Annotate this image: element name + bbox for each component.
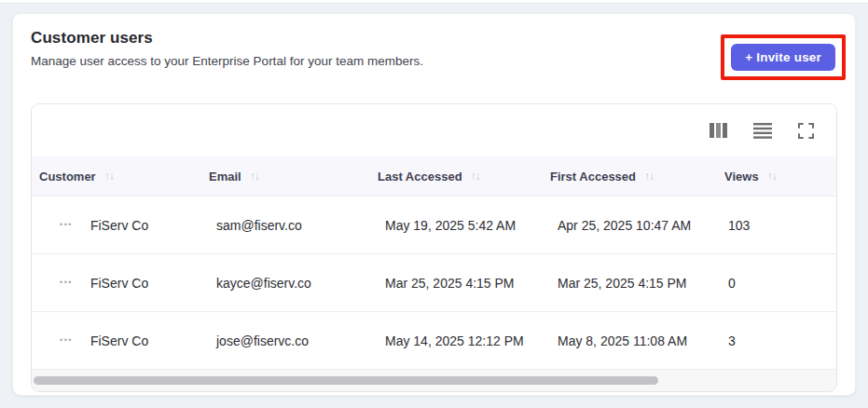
users-table: Customer↑↓Email↑↓Last Accessed↑↓First Ac…	[31, 103, 837, 392]
fullscreen-icon[interactable]	[796, 121, 816, 141]
cell-email: sam@fiserv.co	[201, 197, 370, 253]
customer-name: FiServ Co	[90, 333, 148, 348]
cell-email: jose@fiservc.co	[201, 312, 370, 369]
customer-name: FiServ Co	[90, 218, 148, 233]
column-header-views[interactable]: Views↑↓	[717, 156, 836, 196]
column-header-first-accessed[interactable]: First Accessed↑↓	[543, 156, 717, 196]
cell-views: 103	[717, 197, 836, 253]
page-subtitle: Manage user access to your Enterprise Po…	[31, 54, 423, 68]
title-block: Customer users Manage user access to you…	[31, 29, 423, 68]
cell-first-accessed: May 8, 2025 11:08 AM	[543, 312, 717, 369]
row-actions-button[interactable]: •••	[58, 275, 75, 291]
cell-customer: •••FiServ Co	[32, 312, 201, 369]
cell-last-accessed: Mar 25, 2025 4:15 PM	[370, 254, 543, 311]
cell-customer: •••FiServ Co	[32, 197, 201, 253]
sort-icon: ↑↓	[767, 170, 777, 183]
row-density-icon[interactable]	[751, 121, 774, 141]
table-row: •••FiServ Cosam@fiserv.coMay 19, 2025 5:…	[32, 196, 836, 253]
cell-views: 3	[717, 312, 836, 369]
column-header-email[interactable]: Email↑↓	[201, 156, 370, 196]
table-header-row: Customer↑↓Email↑↓Last Accessed↑↓First Ac…	[32, 156, 836, 196]
columns-icon[interactable]	[708, 121, 729, 140]
invite-user-button[interactable]: + Invite user	[731, 44, 835, 71]
top-page-edge	[0, 0, 868, 4]
column-header-customer[interactable]: Customer↑↓	[32, 156, 201, 196]
cell-views: 0	[717, 254, 836, 311]
cell-customer: •••FiServ Co	[32, 254, 201, 311]
cell-first-accessed: Mar 25, 2025 4:15 PM	[543, 254, 717, 311]
sort-icon: ↑↓	[104, 170, 114, 183]
horizontal-scrollbar-thumb[interactable]	[34, 376, 658, 385]
horizontal-scrollbar-track[interactable]	[32, 369, 836, 391]
sort-icon: ↑↓	[644, 170, 654, 183]
row-actions-button[interactable]: •••	[58, 217, 75, 233]
column-header-last-accessed[interactable]: Last Accessed↑↓	[370, 156, 543, 196]
table-row: •••FiServ Cojose@fiservc.coMay 14, 2025 …	[32, 311, 836, 369]
page-title: Customer users	[31, 29, 423, 48]
table-toolbar	[32, 104, 836, 156]
cell-email: kayce@fiserv.co	[201, 254, 370, 311]
cell-first-accessed: Apr 25, 2025 10:47 AM	[543, 197, 717, 253]
red-highlight-annotation: + Invite user	[721, 34, 846, 80]
column-label: Views	[724, 170, 759, 184]
customer-name: FiServ Co	[90, 276, 148, 291]
sort-icon: ↑↓	[471, 170, 480, 183]
row-actions-button[interactable]: •••	[58, 333, 75, 348]
table-body: •••FiServ Cosam@fiserv.coMay 19, 2025 5:…	[32, 196, 836, 369]
cell-last-accessed: May 19, 2025 5:42 AM	[370, 197, 543, 253]
column-label: Last Accessed	[378, 170, 462, 184]
table-row: •••FiServ Cokayce@fiserv.coMar 25, 2025 …	[32, 253, 836, 311]
column-label: First Accessed	[550, 170, 636, 184]
column-label: Customer	[39, 170, 96, 184]
customer-users-card: Customer users Manage user access to you…	[12, 13, 856, 396]
card-header: Customer users Manage user access to you…	[31, 29, 837, 80]
sort-icon: ↑↓	[250, 170, 259, 183]
column-label: Email	[209, 170, 241, 184]
cell-last-accessed: May 14, 2025 12:12 PM	[370, 312, 543, 369]
